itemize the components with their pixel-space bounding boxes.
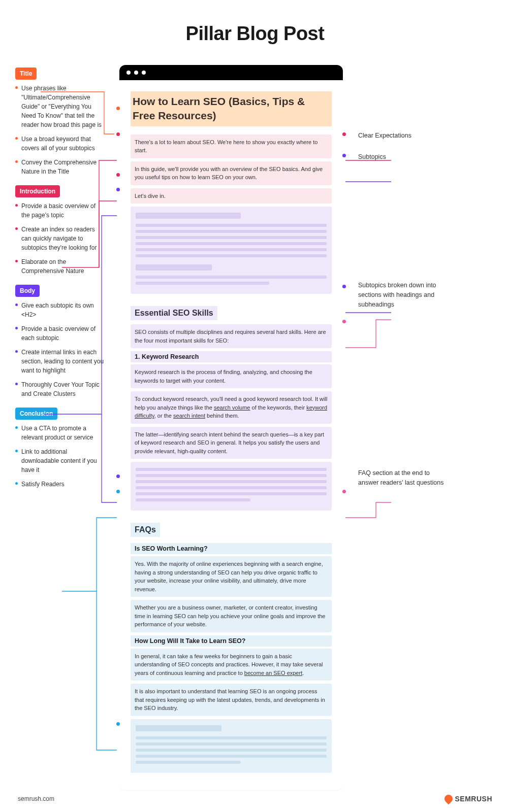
left-column: Title Use phrases like "Ultimate/Compreh… [15,65,104,790]
annotation-clear-expectations: Clear Expectations [358,131,411,141]
connector-dot [342,154,346,157]
right-column: Clear Expectations Subtopics Subtopics b… [358,65,447,790]
sub-heading: 1. Keyword Research [131,351,332,362]
skeleton-block [131,719,332,773]
body-tip: Give each subtopic its own <H2> [15,301,104,319]
connector-dot [342,132,346,136]
skeleton-block [131,462,332,511]
brand-text: SEMRUSH [455,795,492,803]
intro-paragraph: In this guide, we'll provide you with an… [131,161,332,185]
faq-answer: Whether you are a business owner, market… [131,600,332,632]
flame-icon [443,793,455,805]
tag-title: Title [15,67,37,80]
title-tip: Convey the Comprehensive Nature in the T… [15,158,104,176]
connector-dot [116,188,120,191]
skeleton-block [131,207,332,294]
section-title-block: Title Use phrases like "Ultimate/Compreh… [15,67,104,176]
main-wrap: Title Use phrases like "Ultimate/Compreh… [0,65,510,790]
conclusion-tip: Use a CTA to promote a relevant product … [15,424,104,442]
body-paragraph: Keyword research is the process of findi… [131,364,332,388]
annotation-faq-section: FAQ section at the end to answer readers… [358,468,447,488]
semrush-logo: SEMRUSH [444,795,492,803]
footer: semrush.com SEMRUSH [18,795,492,803]
connector-dot [342,285,346,288]
title-tip: Use a broad keyword that covers all of y… [15,134,104,153]
body-paragraph: The latter—identifying search intent beh… [131,427,332,459]
center-column: How to Learn SEO (Basics, Tips & Free Re… [119,65,343,790]
connector-dot [116,173,120,177]
intro-tip: Create an index so readers can quickly n… [15,225,104,252]
window-dot-icon [134,71,138,75]
section-body-block: Body Give each subtopic its own <H2> Pro… [15,285,104,398]
body-tip: Provide a basic overview of each subtopi… [15,324,104,343]
footer-site: semrush.com [18,795,54,802]
window-dot-icon [142,71,146,75]
body-tip: Create internal links in each section, l… [15,348,104,375]
blog-post-title: How to Learn SEO (Basics, Tips & Free Re… [131,91,332,126]
connector-dot [116,107,120,110]
connector-dot [116,490,120,493]
section-conclusion-block: Conclusion Use a CTA to promote a releva… [15,408,104,489]
body-tip: Thoroughly Cover Your Topic and Create C… [15,380,104,398]
browser-bar [119,65,343,80]
faq-heading: FAQs [131,523,160,537]
title-tip: Use phrases like "Ultimate/Comprehensive… [15,84,104,129]
faq-question: Is SEO Worth Learning? [131,543,332,554]
tag-body: Body [15,285,40,297]
faq-question: How Long Will It Take to Learn SEO? [131,635,332,647]
annotation-subtopic-sections: Subtopics broken down into sections with… [358,281,447,309]
section-heading: Essential SEO Skills [131,306,217,320]
connector-dot [116,722,120,726]
connector-dot [342,320,346,323]
conclusion-tip: Link to additional downloadable content … [15,447,104,475]
faq-answer: It is also important to understand that … [131,684,332,716]
section-intro-block: Introduction Provide a basic overview of… [15,185,104,276]
intro-tip: Elaborate on the Comprehensive Nature [15,257,104,276]
faq-answer: In general, it can take a few weeks for … [131,649,332,681]
intro-paragraph: There's a lot to learn about SEO. We're … [131,134,332,158]
tag-introduction: Introduction [15,185,60,197]
browser-mock: How to Learn SEO (Basics, Tips & Free Re… [119,65,343,790]
intro-paragraph: Let's dive in. [131,188,332,204]
tag-conclusion: Conclusion [15,408,57,420]
connector-dot [116,475,120,478]
connector-dot [116,132,120,136]
faq-answer: Yes. With the majority of online experie… [131,556,332,597]
window-dot-icon [126,71,131,75]
connector-dot [342,490,346,493]
conclusion-tip: Satisfy Readers [15,480,104,489]
annotation-subtopics: Subtopics [358,152,386,162]
intro-tip: Provide a basic overview of the page's t… [15,201,104,220]
body-paragraph: To conduct keyword research, you'll need… [131,391,332,424]
page-title: Pillar Blog Post [0,0,510,65]
section-intro: SEO consists of multiple disciplines and… [131,324,332,348]
browser-body: How to Learn SEO (Basics, Tips & Free Re… [119,80,343,790]
